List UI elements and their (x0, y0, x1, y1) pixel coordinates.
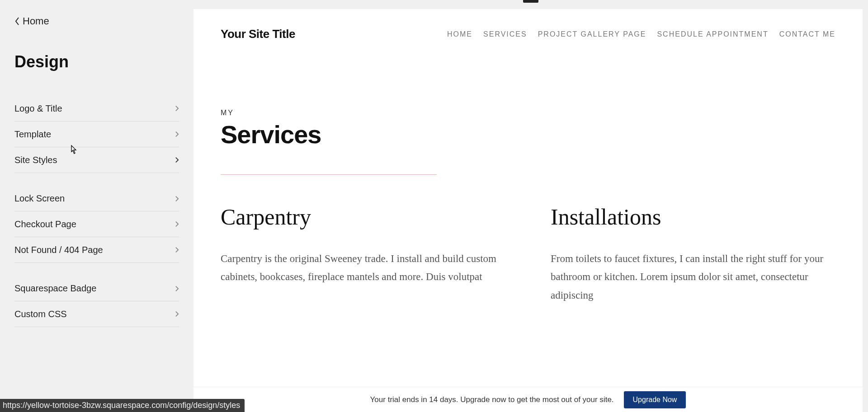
menu-item-label: Site Styles (14, 155, 57, 165)
preview-drag-handle[interactable] (523, 0, 538, 3)
content-column: InstallationsFrom toilets to faucet fixt… (551, 204, 835, 304)
menu-404-page[interactable]: Not Found / 404 Page (14, 237, 179, 263)
column-body: Carpentry is the original Sweeney trade.… (221, 250, 505, 286)
content-column: CarpentryCarpentry is the original Sween… (221, 204, 505, 304)
app-root: Home Design Logo & TitleTemplateSite Sty… (0, 0, 868, 412)
menu-lock-screen[interactable]: Lock Screen (14, 186, 179, 211)
column-title: Carpentry (221, 204, 505, 230)
site-title[interactable]: Your Site Title (221, 27, 295, 41)
menu-item-label: Squarespace Badge (14, 283, 96, 294)
design-sidebar: Home Design Logo & TitleTemplateSite Sty… (0, 0, 193, 412)
column-body: From toilets to faucet fixtures, I can i… (551, 250, 835, 304)
chevron-right-icon (175, 285, 179, 292)
menu-template[interactable]: Template (14, 122, 179, 147)
nav-services[interactable]: SERVICES (483, 30, 527, 38)
menu-item-label: Logo & Title (14, 103, 62, 114)
chevron-right-icon (175, 310, 179, 318)
content-columns: CarpentryCarpentry is the original Sween… (221, 204, 835, 304)
page-eyebrow: MY (221, 109, 835, 117)
chevron-right-icon (175, 195, 179, 202)
nav-schedule-appointment[interactable]: SCHEDULE APPOINTMENT (657, 30, 768, 38)
trial-text: Your trial ends in 14 days. Upgrade now … (370, 395, 614, 404)
menu-custom-css[interactable]: Custom CSS (14, 301, 179, 327)
menu-logo-title[interactable]: Logo & Title (14, 96, 179, 122)
back-label: Home (23, 15, 49, 27)
site-preview: Your Site Title HOMESERVICESPROJECT GALL… (193, 9, 863, 387)
nav-home[interactable]: HOME (447, 30, 472, 38)
status-bar-url: https://yellow-tortoise-3bzw.squarespace… (0, 399, 245, 412)
page-content: MY Services CarpentryCarpentry is the or… (193, 64, 863, 304)
site-header: Your Site Title HOMESERVICESPROJECT GALL… (193, 9, 863, 64)
back-home-link[interactable]: Home (14, 15, 179, 27)
menu-item-label: Custom CSS (14, 309, 67, 319)
menu-item-label: Template (14, 129, 51, 140)
nav-project-gallery[interactable]: PROJECT GALLERY PAGE (538, 30, 646, 38)
menu-item-label: Not Found / 404 Page (14, 245, 103, 255)
divider-line (221, 174, 437, 175)
chevron-right-icon (175, 246, 179, 253)
upgrade-button[interactable]: Upgrade Now (624, 391, 686, 408)
chevron-right-icon (175, 105, 179, 112)
preview-wrap: Your Site Title HOMESERVICESPROJECT GALL… (193, 0, 868, 412)
chevron-right-icon (175, 220, 179, 228)
column-title: Installations (551, 204, 835, 230)
trial-bar: Your trial ends in 14 days. Upgrade now … (193, 387, 863, 412)
chevron-right-icon (175, 156, 179, 164)
chevron-right-icon (175, 131, 179, 138)
menu-squarespace-badge[interactable]: Squarespace Badge (14, 276, 179, 301)
site-nav: HOMESERVICESPROJECT GALLERY PAGESCHEDULE… (447, 30, 835, 38)
nav-contact-me[interactable]: CONTACT ME (779, 30, 835, 38)
panel-title: Design (14, 52, 179, 71)
menu-site-styles[interactable]: Site Styles (14, 147, 179, 173)
chevron-left-icon (14, 17, 20, 26)
menu-checkout-page[interactable]: Checkout Page (14, 211, 179, 237)
menu-item-label: Checkout Page (14, 219, 76, 229)
menu-container: Logo & TitleTemplateSite StylesLock Scre… (14, 96, 179, 327)
page-heading: Services (221, 120, 835, 149)
menu-item-label: Lock Screen (14, 193, 65, 204)
